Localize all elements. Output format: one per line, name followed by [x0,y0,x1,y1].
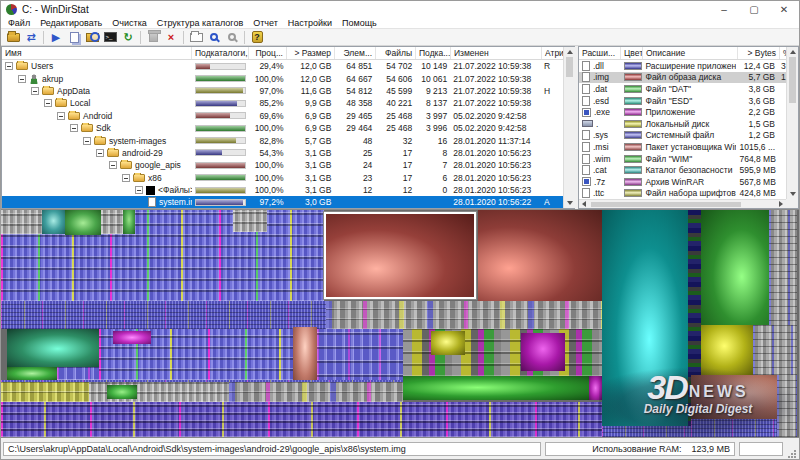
treemap-block[interactable] [229,382,403,402]
tree-header-1[interactable]: Имя [2,47,192,59]
tree-header-7[interactable]: Подка... [416,47,451,59]
treemap-view[interactable]: 3D NEWS Daily Digital Digest [1,209,799,438]
ext-row-.cat[interactable]: .catКаталог безопасности595,9 MB [579,164,786,176]
close-button[interactable]: ✕ [769,1,799,18]
treemap-block[interactable] [602,426,691,437]
expander-icon[interactable] [83,137,91,145]
treemap-block[interactable] [753,325,797,375]
tree-header-8[interactable]: Изменен [451,47,542,59]
delete-button[interactable]: × [162,29,180,45]
scroll-down-icon[interactable] [564,198,575,208]
treemap-block[interactable] [777,375,797,437]
reload-session-button[interactable]: ⇄ [22,29,40,45]
ext-row-.esd[interactable]: .esdФайл "ESD"3,6 GB [579,95,786,107]
treemap-block[interactable] [65,210,101,235]
ext-header-1[interactable]: Расши... [579,47,621,59]
tree-vertical-scrollbar[interactable] [563,47,575,208]
expander-icon[interactable] [135,186,143,194]
zoom-in-button[interactable] [205,29,223,45]
expander-icon[interactable] [122,174,130,182]
ext-row-.wim[interactable]: .wimФайл "WIM"764,8 MB [579,153,786,165]
treemap-block[interactable] [7,367,57,380]
treemap-block[interactable] [431,331,465,355]
ext-header-2[interactable]: Цвет [621,47,643,59]
treemap-block[interactable] [1,382,89,402]
treemap-block[interactable] [1,301,326,329]
menu-item-2[interactable]: Редактировать [35,18,107,28]
treemap-block[interactable] [403,376,589,400]
ext-header-4[interactable]: > Bytes [738,47,780,59]
expander-icon[interactable] [96,149,104,157]
tree-header-2[interactable]: Подкаталоги, % [192,47,249,59]
ext-row-.dat[interactable]: .datФайл "DAT"3,8 GB [579,83,786,95]
tree-header-6[interactable]: Файлы [376,47,416,59]
treemap-block[interactable] [1,210,42,234]
treemap-block[interactable] [42,210,65,234]
treemap-selected-block[interactable] [324,212,476,299]
menu-item-4[interactable]: Структура каталогов [152,18,248,28]
scroll-thumb[interactable] [566,57,573,77]
tree-row-Android[interactable]: Android69,6%6,9 GB29 46525 4683 99705.02… [2,110,563,122]
tree-header-5[interactable]: Элем... [335,47,376,59]
tree-row-akrup[interactable]: akrup100,0%12,0 GB64 66754 60610 06121.0… [2,72,563,84]
scroll-right-icon[interactable] [776,200,786,209]
resize-grip[interactable] [786,448,798,460]
treemap-block[interactable] [701,210,769,325]
tree-row-google_apis[interactable]: google_apis100,0%3,1 GB2417728.01.2020 1… [2,159,563,171]
treemap-block[interactable] [113,331,151,344]
treemap-block[interactable] [7,329,99,367]
extension-vertical-scrollbar[interactable] [786,47,798,199]
ext-row-.[interactable]: .Локальный диск1,5 GB [579,118,786,130]
ext-header-3[interactable]: Описание [643,47,738,59]
ext-row-.msi[interactable]: .msiПакет установщика Windo...1015,6 ... [579,141,786,153]
expander-icon[interactable] [109,161,117,169]
treemap-block[interactable] [233,210,267,232]
zoom-out-button[interactable] [223,29,241,45]
command-prompt-button[interactable]: >_ [101,29,119,45]
expander-icon[interactable] [18,75,26,83]
treemap-block[interactable] [326,301,602,329]
tree-row-android-29[interactable]: android-2954,3%3,1 GB2517828.01.2020 10:… [2,147,563,159]
treemap-block[interactable] [701,325,753,375]
extension-horizontal-scrollbar[interactable] [579,199,786,208]
treemap-block[interactable] [521,333,565,371]
menu-item-7[interactable]: Помощь [337,18,382,28]
scroll-up-icon[interactable] [787,47,798,57]
menu-item-5[interactable]: Отчет [248,18,283,28]
menu-item-1[interactable]: Файл [3,18,35,28]
scroll-thumb[interactable] [789,57,796,103]
treemap-block[interactable] [691,419,777,437]
ext-row-.sys[interactable]: .sysСистемный файл1,2 GB [579,130,786,142]
tree-row-Sdk[interactable]: Sdk100,0%6,9 GB29 46425 4683 99605.02.20… [2,122,563,134]
treemap-block[interactable] [101,210,123,234]
tree-header-4[interactable]: > Размер [287,47,335,59]
help-button[interactable]: ? [248,29,266,45]
refresh-button[interactable]: ↻ [119,29,137,45]
expander-icon[interactable] [5,62,13,70]
treemap-block[interactable] [107,385,137,399]
treemap-block[interactable] [123,210,135,234]
resume-button[interactable]: ▶ [47,29,65,45]
tree-row-x86[interactable]: x86100,0%3,1 GB2317628.01.2020 10:56:23 [2,172,563,184]
ext-row-.ttc[interactable]: .ttcФайл набора шрифтов Tru...424,8 MB [579,188,786,199]
scroll-thumb[interactable] [591,202,741,207]
treemap-block[interactable] [57,367,99,380]
treemap-block[interactable] [589,376,602,400]
expander-icon[interactable] [31,87,39,95]
ext-row-.img[interactable]: .imgФайл образа диска5,7 GB1 [579,72,786,84]
menu-item-3[interactable]: Очистка [107,18,151,28]
minimize-button[interactable]: – [709,1,739,18]
ext-row-.7z[interactable]: .7zАрхив WinRAR567,8 MB [579,176,786,188]
ext-row-.dll[interactable]: .dllРасширение приложения12,4 GB3 [579,60,786,72]
tree-row-system.img[interactable]: system.img97,2%3,0 GB28.01.2020 10:56:22… [2,196,563,208]
expander-icon[interactable] [70,124,78,132]
tree-header-9[interactable]: Атри... [542,47,564,59]
expander-icon[interactable] [57,112,65,120]
scroll-down-icon[interactable] [787,189,798,199]
copy-path-button[interactable] [65,29,83,45]
open-button[interactable] [4,29,22,45]
ext-row-.exe[interactable]: .exeПриложение2,2 GB [579,106,786,118]
treemap-block[interactable] [478,210,602,301]
treemap-view-button[interactable] [187,29,205,45]
menu-item-6[interactable]: Настройки [283,18,337,28]
